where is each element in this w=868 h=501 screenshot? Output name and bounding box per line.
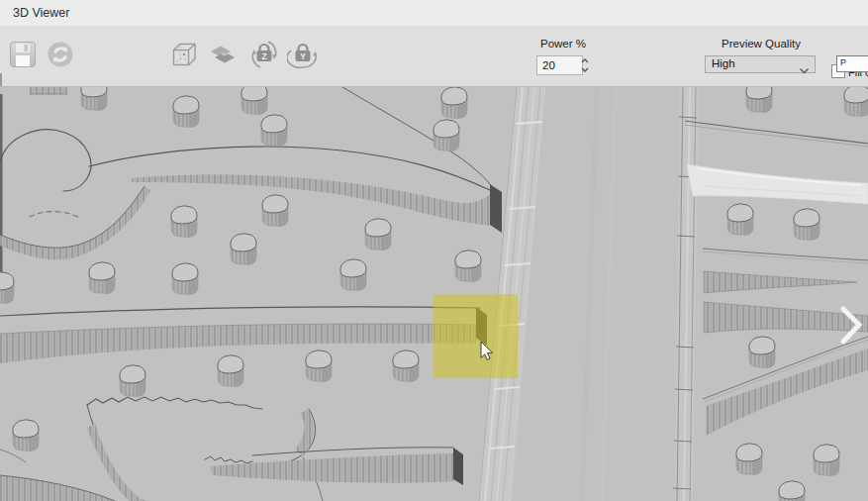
view-3d-button[interactable] — [169, 40, 199, 69]
spinner-up-icon — [582, 59, 588, 62]
lock-z-rotation-icon: Z — [248, 56, 280, 73]
floppy-disk-icon — [8, 55, 38, 72]
preview-quality-label: Preview Quality — [722, 38, 801, 50]
3d-viewer-window: 3D Viewer — [0, 0, 868, 501]
svg-text:Z: Z — [261, 51, 266, 61]
lock-y-rotation-button[interactable]: Y — [287, 40, 317, 69]
save-button[interactable] — [8, 40, 38, 69]
window-title: 3D Viewer — [13, 0, 69, 26]
layers-icon — [208, 52, 238, 69]
refresh-button[interactable] — [46, 40, 75, 69]
lock-z-rotation-button[interactable]: Z — [248, 39, 278, 68]
power-input[interactable] — [536, 55, 583, 75]
spinner-down-icon — [582, 68, 588, 71]
preview-quality-value: High — [712, 57, 735, 69]
chevron-down-icon — [799, 61, 810, 79]
lock-y-rotation-icon: Y — [287, 57, 319, 74]
selection-highlight — [434, 294, 518, 378]
cube-icon — [169, 55, 199, 72]
power-label: Power % — [540, 38, 586, 50]
toolbar: Z Y Power % — [0, 27, 868, 87]
refresh-icon — [46, 55, 75, 72]
power-spinner-arrows[interactable] — [579, 56, 591, 73]
titlebar: 3D Viewer — [0, 0, 868, 27]
3d-viewport[interactable] — [0, 87, 868, 501]
clipped-edge-icon — [0, 73, 2, 87]
3d-scene — [0, 87, 868, 501]
layers-button[interactable] — [208, 43, 238, 72]
preview-quality-dropdown[interactable]: High — [705, 55, 816, 73]
fill-field[interactable]: P — [836, 55, 868, 72]
svg-text:Y: Y — [300, 51, 306, 61]
